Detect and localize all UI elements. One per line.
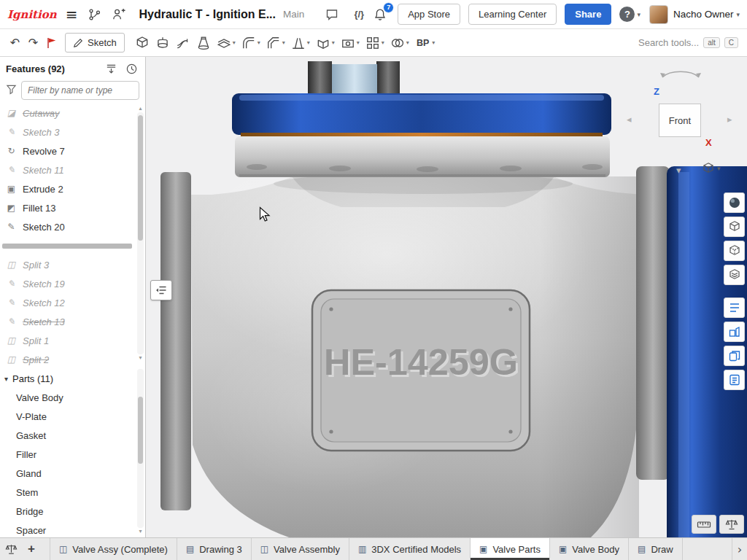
display-shaded-icon[interactable]: [724, 217, 745, 237]
scroll-down-icon[interactable]: ▾: [139, 528, 142, 535]
document-tab[interactable]: ▥ 3DX Certified Models: [349, 538, 471, 560]
extrude-tool-button[interactable]: [132, 32, 152, 54]
rollback-to-end-icon[interactable]: [103, 61, 119, 77]
document-tab[interactable]: ▣ Valve Body: [550, 538, 629, 560]
chamfer-tool-button[interactable]: ▾: [263, 32, 288, 54]
view-cube-front-face[interactable]: Front: [659, 104, 701, 137]
part-item[interactable]: Valve Body: [0, 388, 145, 407]
featurescript-icon[interactable]: {/}: [354, 9, 364, 20]
parts-scrollbar-thumb[interactable]: [138, 397, 143, 464]
balance-icon[interactable]: [0, 538, 22, 560]
learning-center-button[interactable]: Learning Center: [468, 4, 557, 25]
chevron-down-icon[interactable]: ▾: [258, 39, 260, 46]
app-logo[interactable]: Ignition: [7, 8, 57, 21]
user-menu[interactable]: Nacho Owner ▾: [673, 9, 740, 20]
part-item[interactable]: Spacer: [0, 521, 145, 537]
bom-panel-icon[interactable]: [724, 370, 745, 390]
feature-item[interactable]: ◫ Split 1: [0, 331, 145, 350]
shell-tool-button[interactable]: ▾: [313, 32, 338, 54]
copies-panel-icon[interactable]: [724, 346, 745, 366]
part-item[interactable]: Filler: [0, 445, 145, 464]
part-item[interactable]: V-Plate: [0, 407, 145, 426]
loft-tool-button[interactable]: [193, 32, 214, 54]
comment-icon[interactable]: [323, 6, 341, 23]
feature-item[interactable]: ◫ Split 3: [0, 255, 145, 274]
search-tools-input[interactable]: Search tools... alt C: [638, 37, 738, 48]
sweep-tool-button[interactable]: [173, 32, 193, 54]
render-quality-icon[interactable]: [724, 192, 745, 213]
document-tab[interactable]: ▤ Drawing 3: [177, 538, 252, 560]
scroll-up-icon[interactable]: ▴: [139, 105, 142, 112]
feature-item[interactable]: ◩ Fillet 13: [0, 198, 145, 217]
chevron-down-icon[interactable]: ▾: [332, 39, 335, 46]
chevron-down-icon[interactable]: ▾: [432, 39, 435, 46]
scroll-down-icon[interactable]: ▾: [139, 354, 142, 362]
feature-item[interactable]: ✎ Sketch 11: [0, 160, 145, 179]
feature-item[interactable]: ↻ Revolve 7: [0, 141, 145, 160]
parts-section-header[interactable]: ▾ Parts (11): [0, 369, 145, 388]
versions-branch-icon[interactable]: [86, 6, 104, 23]
hole-tool-button[interactable]: ▾: [338, 32, 363, 54]
parts-panel-icon[interactable]: [724, 322, 745, 342]
feature-item[interactable]: ◪ Cutaway: [0, 104, 145, 122]
hamburger-menu-icon[interactable]: ≡: [66, 7, 78, 22]
feature-item[interactable]: ▣ Extrude 2: [0, 179, 145, 198]
filter-input[interactable]: [21, 81, 139, 100]
draft-tool-button[interactable]: ▾: [288, 32, 313, 54]
document-tab[interactable]: ▣ Valve Parts: [471, 538, 550, 560]
share-button[interactable]: Share: [565, 4, 611, 25]
add-tab-button[interactable]: +: [22, 538, 41, 560]
user-avatar[interactable]: [649, 5, 668, 24]
feature-item[interactable]: ✎ Sketch 13: [0, 312, 145, 331]
chevron-down-icon[interactable]: ▾: [233, 39, 236, 46]
workspace-name[interactable]: Main: [283, 9, 304, 20]
fillet-tool-button[interactable]: ▾: [239, 32, 263, 54]
parts-scrollbar[interactable]: ▾: [136, 369, 144, 535]
rotate-view-arc[interactable]: [655, 63, 706, 82]
features-scrollbar[interactable]: ▴ ▾: [136, 105, 144, 362]
document-tab[interactable]: ◫ Valve Assembly: [252, 538, 349, 560]
rotate-right-arrow[interactable]: ▸: [727, 114, 732, 125]
mass-properties-icon[interactable]: [719, 515, 744, 534]
chevron-down-icon[interactable]: ▾: [382, 39, 384, 46]
rollback-bar[interactable]: [2, 244, 132, 249]
chevron-down-icon[interactable]: ▾: [282, 39, 285, 46]
model-viewport[interactable]: HE-14259G HE-14259G Z X Front ◂ ▸ ▾ ▾: [146, 57, 747, 537]
flag-icon[interactable]: [42, 34, 61, 52]
parts-scrollbar-track[interactable]: [137, 369, 144, 528]
document-tab[interactable]: ◫ Valve Assy (Complete): [50, 538, 177, 560]
boolean-tool-button[interactable]: ▾: [387, 32, 412, 54]
bp-tool-button[interactable]: BP ▾: [412, 32, 438, 54]
redo-button[interactable]: ↷: [24, 34, 42, 52]
part-item[interactable]: Gland: [0, 464, 145, 483]
help-menu[interactable]: ? ▾: [619, 7, 640, 22]
feature-list-panel-icon[interactable]: [724, 298, 745, 318]
display-edges-icon[interactable]: [724, 241, 745, 261]
part-item[interactable]: Bridge: [0, 502, 145, 521]
filter-icon[interactable]: [6, 84, 17, 97]
feature-item[interactable]: ✎ Sketch 20: [0, 217, 145, 236]
chevron-down-icon[interactable]: ▾: [357, 39, 360, 46]
notifications-bell-icon[interactable]: 7: [371, 6, 389, 23]
app-store-button[interactable]: App Store: [398, 4, 460, 25]
feature-item[interactable]: ✎ Sketch 19: [0, 274, 145, 293]
rotate-left-arrow[interactable]: ◂: [627, 114, 632, 125]
revolve-tool-button[interactable]: [152, 32, 173, 54]
undo-button[interactable]: ↶: [6, 34, 24, 52]
feature-item[interactable]: ✎ Sketch 3: [0, 122, 145, 141]
chevron-down-icon[interactable]: ▾: [406, 39, 409, 46]
part-item[interactable]: Stem: [0, 483, 145, 502]
features-scrollbar-track[interactable]: [137, 112, 144, 354]
feature-item[interactable]: ✎ Sketch 12: [0, 293, 145, 312]
display-textured-icon[interactable]: [724, 265, 745, 285]
thicken-tool-button[interactable]: ▾: [214, 32, 239, 54]
chevron-down-icon[interactable]: ▾: [307, 39, 310, 46]
view-options-cube-button[interactable]: ▾: [702, 162, 721, 175]
next-tabs-button[interactable]: ›: [732, 538, 747, 560]
feature-item[interactable]: ◫ Split 2: [0, 350, 145, 369]
sketch-button[interactable]: Sketch: [65, 33, 125, 52]
measure-icon[interactable]: [692, 515, 716, 534]
share-user-icon[interactable]: [109, 6, 127, 23]
history-icon[interactable]: [123, 61, 139, 77]
linear-pattern-tool-button[interactable]: ▾: [363, 32, 387, 54]
